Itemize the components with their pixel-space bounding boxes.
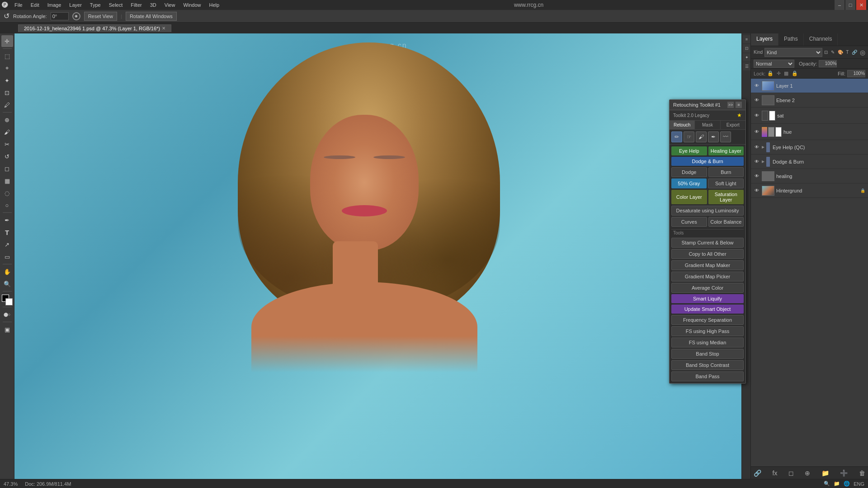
tab-retouch[interactable]: Retouch	[670, 121, 695, 129]
crop-tool[interactable]: ⊡	[1, 87, 13, 99]
filter-toggle[interactable]: ◎	[860, 49, 865, 56]
quick-select-tool[interactable]: ✦	[1, 75, 13, 86]
eraser-tool[interactable]: ◻	[1, 163, 13, 174]
menu-layer[interactable]: Layer	[66, 1, 85, 9]
close-button[interactable]: ✕	[856, 0, 866, 10]
color-balance-button[interactable]: Color Balance	[708, 217, 744, 227]
gradient-map-picker-button[interactable]: Gradient Map Picker	[671, 272, 744, 282]
path-selection-tool[interactable]: ↗	[1, 239, 13, 250]
burn-button[interactable]: Burn	[708, 167, 744, 177]
tab-channels[interactable]: Channels	[804, 33, 838, 46]
wave-tool-icon[interactable]: 〰	[720, 131, 731, 142]
gradient-map-maker-button[interactable]: Gradient Map Maker	[671, 260, 744, 270]
color-layer-button[interactable]: Color Layer	[671, 190, 707, 204]
tab-export[interactable]: Export	[721, 121, 745, 129]
extra-tool-1[interactable]: ≡	[743, 35, 751, 43]
tab-paths[interactable]: Paths	[778, 33, 804, 46]
pencil-tool-icon[interactable]: ✏	[671, 131, 682, 142]
finger-tool-icon[interactable]: ☞	[684, 131, 694, 142]
layer-item[interactable]: 👁 Layer 1	[751, 79, 868, 93]
menu-file[interactable]: File	[11, 1, 26, 9]
desaturate-button[interactable]: Desaturate using Luminosity	[671, 206, 744, 216]
dodge-burn-button[interactable]: Dodge & Burn	[671, 157, 744, 166]
opacity-input[interactable]	[819, 60, 837, 67]
eyedropper-tool[interactable]: 🖊	[1, 99, 13, 111]
copy-to-all-button[interactable]: Copy to All Other	[671, 249, 744, 259]
layer-item[interactable]: 👁 hue	[751, 124, 868, 140]
tab-layers[interactable]: Layers	[751, 33, 778, 46]
shape-tool[interactable]: ▭	[1, 251, 13, 263]
menu-filter[interactable]: Filter	[127, 1, 145, 9]
visibility-icon[interactable]: 👁	[754, 83, 760, 89]
hand-tool[interactable]: ✋	[1, 266, 13, 277]
delete-layer-button[interactable]: 🗑	[859, 469, 865, 477]
tab-close-icon[interactable]: ✕	[162, 26, 165, 31]
toolkit-favorite-button[interactable]: ★	[737, 112, 742, 118]
band-stop-contrast-button[interactable]: Band Stop Contrast	[671, 360, 744, 370]
fill-input[interactable]	[847, 70, 865, 77]
add-layer-button[interactable]: ➕	[840, 469, 848, 477]
brush-tool-icon[interactable]: 🖌	[696, 131, 707, 142]
visibility-icon[interactable]: 👁	[754, 97, 760, 103]
text-tool[interactable]: T	[1, 226, 13, 238]
layer-item[interactable]: 👁 Hintergrund 🔒	[751, 183, 868, 198]
visibility-icon[interactable]: 👁	[754, 188, 760, 194]
toolkit-menu-button[interactable]: ≡	[736, 102, 742, 108]
fs-median-button[interactable]: FS using Median	[671, 338, 744, 347]
add-group-button[interactable]: 📁	[821, 469, 829, 477]
visibility-icon[interactable]: 👁	[754, 144, 760, 150]
fifty-gray-button[interactable]: 50% Gray	[671, 178, 707, 188]
screen-mode-tool[interactable]: ▣	[1, 324, 13, 335]
eye-help-button[interactable]: Eye Help	[671, 146, 707, 155]
minimize-button[interactable]: –	[835, 0, 844, 10]
marquee-tool[interactable]: ⬚	[1, 50, 13, 62]
menu-type[interactable]: Type	[86, 1, 104, 9]
layer-item[interactable]: 👁 ▶ Eye Help (QC)	[751, 140, 868, 155]
history-brush-tool[interactable]: ↺	[1, 150, 13, 162]
menu-select[interactable]: Select	[105, 1, 127, 9]
toolkit-expand-button[interactable]: >>	[727, 102, 734, 108]
visibility-icon[interactable]: 👁	[754, 173, 760, 179]
dodge-tool[interactable]: ○	[1, 199, 13, 211]
document-tab[interactable]: 2016-12-19_helena23946 1.psd @ 47.3% (La…	[18, 24, 171, 32]
extra-tool-4[interactable]: ☰	[743, 62, 751, 70]
menu-window[interactable]: Window	[179, 1, 204, 9]
band-stop-button[interactable]: Band Stop	[671, 349, 744, 359]
add-adjustment-button[interactable]: ⊕	[805, 469, 810, 477]
layer-item[interactable]: 👁 sat	[751, 108, 868, 124]
smart-liquify-button[interactable]: Smart Liquify	[671, 294, 744, 303]
soft-light-button[interactable]: Soft Light	[708, 178, 744, 188]
blend-mode-select[interactable]: Normal	[754, 60, 794, 68]
expand-icon[interactable]: ▶	[762, 145, 764, 149]
dodge-button[interactable]: Dodge	[671, 167, 707, 177]
add-style-button[interactable]: fx	[773, 469, 778, 477]
layer-item[interactable]: 👁 healing	[751, 169, 868, 183]
quick-mask-tool[interactable]: ⬤○	[1, 309, 13, 320]
kind-select[interactable]: Kind	[764, 48, 822, 57]
visibility-icon[interactable]: 👁	[754, 113, 760, 119]
layer-item[interactable]: 👁 Ebene 2	[751, 93, 868, 108]
maximize-button[interactable]: □	[845, 0, 855, 10]
tab-mask[interactable]: Mask	[695, 121, 720, 129]
rotate-all-windows-button[interactable]: Rotate All Windows	[126, 12, 177, 21]
color-picker[interactable]	[2, 295, 13, 305]
update-smart-object-button[interactable]: Update Smart Object	[671, 305, 744, 314]
link-layers-button[interactable]: 🔗	[754, 469, 761, 477]
extra-tool-3[interactable]: ✦	[743, 53, 751, 61]
expand-icon[interactable]: ▶	[762, 160, 764, 164]
stamp-current-button[interactable]: Stamp Current & Below	[671, 238, 744, 248]
brush-tool[interactable]: 🖌	[1, 126, 13, 138]
healing-layer-button[interactable]: Healing Layer	[708, 146, 744, 155]
reset-view-button[interactable]: Reset View	[84, 12, 117, 21]
rotation-angle-input[interactable]	[51, 12, 69, 20]
layer-item[interactable]: 👁 ▶ Dodge & Burn	[751, 155, 868, 169]
menu-help[interactable]: Help	[206, 1, 223, 9]
menu-image[interactable]: Image	[44, 1, 65, 9]
move-tool[interactable]: ✛	[1, 35, 13, 47]
pen-tool-icon[interactable]: ✒	[708, 131, 719, 142]
menu-edit[interactable]: Edit	[27, 1, 43, 9]
visibility-icon[interactable]: 👁	[754, 159, 760, 165]
gradient-tool[interactable]: ▦	[1, 175, 13, 187]
pen-tool[interactable]: ✒	[1, 214, 13, 226]
clone-stamp-tool[interactable]: ✂	[1, 138, 13, 150]
